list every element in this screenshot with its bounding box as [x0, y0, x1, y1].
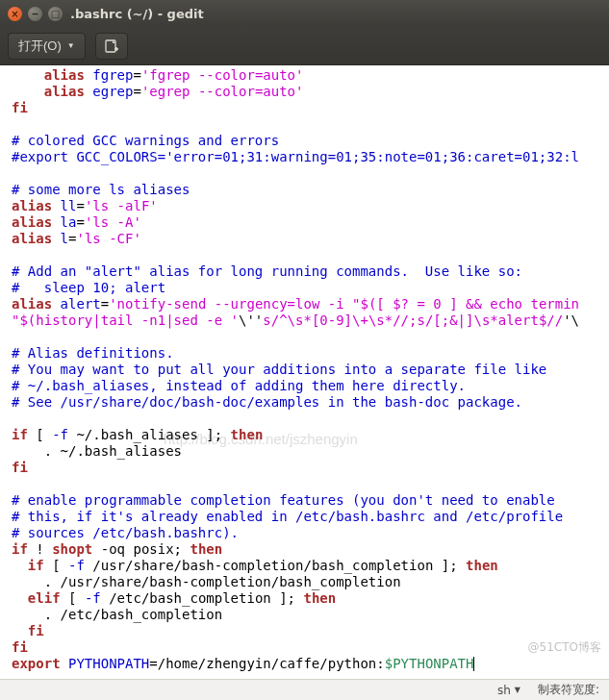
text: [	[44, 558, 68, 573]
keyword: then	[190, 541, 222, 557]
identifier: alert	[61, 296, 101, 312]
new-tab-icon	[104, 38, 119, 54]
string: 'ls -A'	[85, 214, 141, 230]
bottom-watermark: @51CTO博客	[528, 639, 601, 656]
string: "$(history|tail -n1|sed -e '	[12, 312, 239, 328]
keyword: then	[231, 427, 264, 442]
string: 'fgrep --color=auto'	[141, 67, 304, 83]
comment: # enable programmable completion feature…	[12, 492, 555, 508]
text: /usr/share/bash-completion/bash_completi…	[85, 558, 466, 573]
chevron-down-icon: ▼	[515, 686, 520, 694]
text: /etc/bash_completion ];	[101, 590, 304, 606]
open-button-label: 打开(O)	[18, 38, 62, 55]
string: s/^\s*[0-9]\+\s*//;s/[;&|]\s*alert$//	[263, 312, 563, 328]
comment: # some more ls aliases	[12, 182, 190, 197]
keyword: if	[12, 427, 28, 442]
text: . /etc/bash_completion	[12, 607, 222, 622]
comment: # You may want to put all your additions…	[12, 362, 546, 377]
variable: $PYTHONPATH	[385, 656, 474, 671]
identifier: PYTHONPATH	[61, 656, 150, 671]
close-icon[interactable]: ×	[8, 7, 22, 21]
text: '\	[563, 312, 579, 328]
keyword: if	[12, 541, 28, 557]
keyword: fi	[12, 100, 28, 115]
text: !	[28, 541, 52, 557]
text: =/home/zhengyin/caffe/python:	[149, 656, 384, 671]
identifier: ll	[61, 198, 77, 213]
flag: -f	[68, 558, 85, 573]
string: 'ls -CF'	[76, 231, 140, 246]
flag: -f	[85, 590, 101, 606]
identifier: l	[61, 231, 68, 246]
comment: # Alias definitions.	[12, 345, 174, 361]
comment: # ~/.bash_aliases, instead of adding the…	[12, 378, 466, 393]
keyword: then	[303, 590, 336, 606]
comment: # Add an "alert" alias for long running …	[12, 263, 522, 279]
keyword: alias	[12, 296, 52, 312]
text-cursor	[473, 657, 474, 671]
status-language[interactable]: sh ▼	[497, 684, 520, 697]
maximize-icon[interactable]: □	[48, 7, 63, 21]
identifier: la	[61, 214, 77, 230]
string: 'egrep --color=auto'	[141, 84, 304, 99]
status-tab-width[interactable]: 制表符宽度:	[538, 682, 599, 698]
keyword: fi	[12, 639, 28, 655]
keyword: alias	[12, 214, 52, 230]
identifier: fgrep	[92, 67, 133, 83]
string: 'ls -alF'	[85, 198, 158, 213]
text: [	[61, 590, 85, 606]
status-language-label: sh	[497, 684, 511, 697]
status-tab-width-label: 制表符宽度:	[538, 682, 599, 698]
text: ~/.bash_aliases ];	[68, 427, 231, 442]
identifier: egrep	[92, 84, 133, 99]
comment: # colored GCC warnings and errors	[12, 133, 279, 148]
keyword: alias	[12, 231, 52, 246]
open-button[interactable]: 打开(O) ▼	[8, 33, 86, 60]
text: . ~/.bash_aliases	[12, 443, 182, 459]
keyword: elif	[12, 590, 61, 606]
keyword: then	[466, 558, 498, 573]
editor-area[interactable]: http://blog.csdn.net/jszhengyin alias fg…	[0, 65, 609, 679]
keyword: alias	[44, 67, 85, 83]
flag: -f	[52, 427, 68, 442]
comment: # See /usr/share/doc/bash-doc/examples i…	[12, 394, 522, 410]
window-titlebar: × ‒ □ .bashrc (~/) - gedit	[0, 0, 609, 27]
text: [	[28, 427, 52, 442]
comment: #export GCC_COLORS='error=01;31:warning=…	[12, 149, 579, 164]
keyword: fi	[12, 623, 44, 638]
builtin: shopt	[52, 541, 92, 557]
status-bar: sh ▼ 制表符宽度:	[0, 679, 609, 700]
window-title: .bashrc (~/) - gedit	[70, 7, 204, 21]
code-editor[interactable]: alias fgrep='fgrep --color=auto' alias e…	[0, 65, 609, 674]
text: . /usr/share/bash-completion/bash_comple…	[12, 574, 401, 589]
chevron-down-icon: ▼	[67, 41, 75, 50]
keyword: alias	[12, 198, 52, 213]
comment: # this, if it's already enabled in /etc/…	[12, 509, 563, 524]
string: 'notify-send --urgency=low -i "$([ $? = …	[109, 296, 579, 312]
text: -oq posix;	[92, 541, 190, 557]
minimize-icon[interactable]: ‒	[28, 7, 42, 21]
keyword: alias	[44, 84, 85, 99]
comment: # sleep 10; alert	[12, 280, 165, 295]
text: \''	[239, 312, 263, 328]
comment: # sources /etc/bash.bashrc).	[12, 525, 239, 540]
toolbar: 打开(O) ▼	[0, 27, 609, 65]
new-document-button[interactable]	[95, 33, 128, 60]
window-controls: × ‒ □	[8, 7, 63, 21]
keyword: if	[12, 558, 44, 573]
keyword: export	[12, 656, 61, 671]
keyword: fi	[12, 460, 28, 475]
